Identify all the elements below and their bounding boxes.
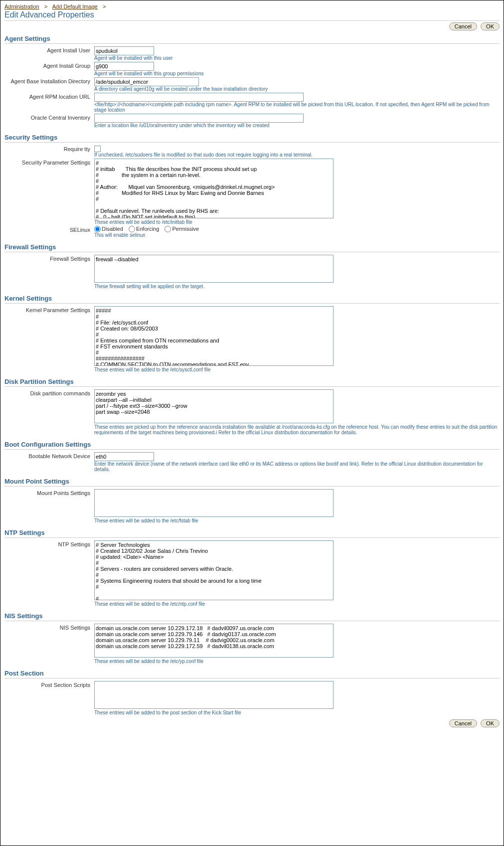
section-header-kernel: Kernel Settings [4, 292, 500, 304]
post-scripts-textarea[interactable] [94, 681, 334, 709]
selinux-disabled-radio[interactable] [94, 226, 101, 232]
firewall-settings-textarea[interactable] [94, 255, 334, 283]
ok-button[interactable]: OK [481, 22, 500, 30]
label-agent-install-group: Agent Install Group [4, 62, 94, 69]
section-header-ntp: NTP Settings [4, 526, 500, 538]
require-tty-checkbox[interactable] [94, 146, 101, 152]
agent-install-user-input[interactable] [94, 46, 154, 55]
ok-button-bottom[interactable]: OK [481, 719, 500, 727]
label-kernel-param: Kernel Parameter Settings [4, 306, 94, 313]
label-require-tty: Require tty [4, 145, 94, 152]
label-disk-cmds: Disk partition commands [4, 389, 94, 396]
tip-post-scripts: These entries will be added to the post … [94, 710, 500, 715]
tip-disk-cmds: These entries are picked up from the ref… [94, 424, 500, 435]
tip-kernel-param: These entries will be added to the /etc/… [94, 367, 500, 372]
tip-agent-rpm-url: <file/http>://<hostname>/<complete path … [94, 102, 500, 113]
tip-oracle-inventory: Enter a location like /u01/oraInventory … [94, 123, 500, 128]
label-mount-settings: Mount Points Settings [4, 489, 94, 496]
selinux-permissive-radio[interactable] [165, 226, 171, 232]
tip-nis-settings: These entries will be added to the /etc/… [94, 659, 500, 664]
breadcrumb-sep: > [41, 3, 51, 9]
section-header-boot: Boot Configuration Settings [4, 438, 500, 450]
agent-base-dir-input[interactable] [94, 77, 199, 86]
tip-require-tty: If unchecked, /etc/sudoers file is modif… [94, 152, 500, 158]
section-header-post: Post Section [4, 667, 500, 678]
nis-settings-textarea[interactable] [94, 624, 334, 658]
cancel-button[interactable]: Cancel [449, 22, 477, 30]
security-param-textarea[interactable] [94, 159, 334, 218]
label-firewall-settings: Firewall Settings [4, 255, 94, 262]
cancel-button-bottom[interactable]: Cancel [449, 719, 477, 727]
selinux-permissive-label: Permissive [172, 226, 199, 232]
kernel-param-textarea[interactable] [94, 306, 334, 366]
tip-selinux: This will enable selinux [94, 232, 500, 238]
label-agent-base-dir: Agent Base Installation Directory [4, 77, 94, 84]
label-boot-device: Bootable Network Device [4, 452, 94, 459]
section-header-agent: Agent Settings [4, 32, 500, 44]
section-header-firewall: Firewall Settings [4, 240, 500, 252]
page-title: Edit Advanced Properties [4, 10, 500, 19]
label-agent-rpm-url: Agent RPM location URL [4, 93, 94, 100]
tip-security-param: These entries will be added to /etc/init… [94, 219, 500, 225]
label-oracle-inventory: Oracle Central Inventory [4, 114, 94, 121]
breadcrumb-link-administration[interactable]: Administration [4, 3, 39, 9]
breadcrumb: Administration > Add Default Image > [4, 2, 500, 10]
tip-firewall-settings: These firewall setting will be applied o… [94, 284, 500, 289]
tip-mount-settings: These entries will be added to the /etc/… [94, 518, 500, 523]
section-header-nis: NIS Settings [4, 609, 500, 621]
selinux-disabled-label: Disabled [102, 226, 123, 232]
breadcrumb-link-add-default-image[interactable]: Add Default Image [52, 3, 98, 9]
tip-agent-base-dir: A directory called agent10g will be crea… [94, 86, 500, 92]
tip-boot-device: Enter the network device (name of the ne… [94, 461, 500, 472]
tip-ntp-settings: These entries will be added to the /etc/… [94, 601, 500, 607]
agent-install-group-input[interactable] [94, 62, 154, 71]
agent-rpm-url-input[interactable] [94, 93, 304, 102]
label-ntp-settings: NTP Settings [4, 540, 94, 547]
label-agent-install-user: Agent Install User [4, 46, 94, 53]
selinux-enforcing-label: Enforcing [136, 226, 159, 232]
ntp-settings-textarea[interactable] [94, 540, 334, 600]
section-header-disk: Disk Partition Settings [4, 375, 500, 387]
boot-device-input[interactable] [94, 452, 154, 461]
label-post-scripts: Post Section Scripts [4, 681, 94, 688]
selinux-enforcing-radio[interactable] [129, 226, 135, 232]
breadcrumb-sep: > [99, 3, 108, 9]
label-nis-settings: NIS Settings [4, 624, 94, 631]
tip-agent-install-group: Agent will be installed with this group … [94, 71, 500, 76]
label-security-param: Security Parameter Settings [4, 159, 94, 166]
oracle-inventory-input[interactable] [94, 114, 304, 123]
tip-agent-install-user: Agent will be installed with this user [94, 55, 500, 61]
section-header-security: Security Settings [4, 131, 500, 143]
disk-cmds-textarea[interactable] [94, 389, 334, 423]
section-header-mount: Mount Point Settings [4, 475, 500, 487]
label-selinux: SELinux [4, 226, 94, 233]
mount-settings-textarea[interactable] [94, 489, 334, 517]
